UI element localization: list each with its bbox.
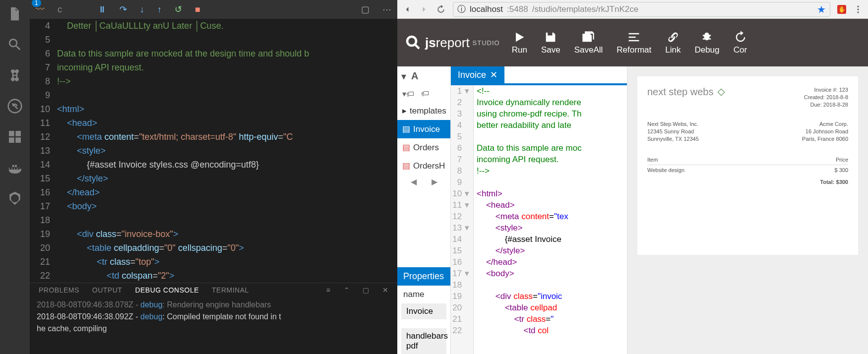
filter-icon[interactable]: ▾ — [401, 70, 406, 82]
bookmark-icon[interactable]: ★ — [817, 3, 826, 15]
code-editor[interactable]: 45678910111213141516171819202122 Detter … — [30, 19, 397, 283]
tag-icon[interactable]: 🏷 — [421, 89, 429, 99]
collapse-icon[interactable]: ⌃ — [344, 286, 350, 294]
ublock-icon[interactable]: ✋ — [837, 5, 846, 14]
line-gutter: 45678910111213141516171819202122 — [30, 19, 57, 283]
cor-button[interactable]: Cor — [734, 30, 747, 55]
more-icon[interactable]: ⋯ — [382, 4, 391, 15]
link-button[interactable]: Link — [665, 30, 681, 55]
panel-tabs: PROBLEMS OUTPUT DEBUG CONSOLE TERMINAL ≡… — [30, 283, 397, 297]
pause-button[interactable]: ⏸ — [98, 4, 107, 15]
logo-studio: STUDIO — [473, 39, 500, 47]
sidebar-top-icons: ▾ A — [397, 66, 450, 86]
logo-report: report — [436, 35, 470, 50]
invoice-to: Acme Corp.16 Johnson RoadParis, France 8… — [802, 120, 848, 143]
invoice-from: Next Step Webs, Inc.12345 Sunny RoadSunn… — [647, 120, 699, 143]
tab-output[interactable]: OUTPUT — [92, 286, 123, 294]
close-panel-icon[interactable]: ✕ — [382, 286, 389, 294]
tree-templates[interactable]: ▸ templates — [397, 102, 450, 120]
url-host: localhost — [470, 4, 503, 14]
scroll-right-icon[interactable]: ▶ — [432, 177, 437, 186]
kubernetes-icon[interactable] — [7, 190, 23, 208]
stop-button[interactable]: ■ — [195, 4, 200, 15]
svg-point-3 — [857, 11, 859, 13]
tree-ordersh[interactable]: ▤ OrdersH — [397, 157, 450, 175]
editor-tabs: Invoice ✕ — [451, 66, 627, 83]
jsreport-body: ▾ A ▾🏷 🏷 ▸ templates ▤ Invoice ▤ Orders … — [397, 66, 868, 354]
jsreport-actions: Run Save SaveAll Reformat Link Debug Cor — [512, 30, 747, 55]
scroll-left-icon[interactable]: ◀ — [411, 177, 417, 186]
split-editor-icon[interactable]: ▢ — [361, 4, 370, 15]
jsreport-header: jsreport STUDIO Run Save SaveAll Reforma… — [397, 19, 868, 66]
search-icon[interactable] — [7, 37, 23, 55]
no-bug-icon[interactable] — [7, 98, 23, 116]
debug-console-output[interactable]: 2018-08-08T09:46:38.078Z - debug: Render… — [30, 297, 397, 354]
forward-button[interactable] — [419, 4, 429, 14]
activity-bar: 1 — [0, 0, 30, 354]
tab-problems[interactable]: PROBLEMS — [39, 286, 79, 294]
tree-invoice[interactable]: ▤ Invoice — [397, 120, 450, 138]
vscode-window: 1 〰 c ⏸ ↷ ↓ ↑ ↺ ■ ▢ ⋯ — [0, 0, 397, 354]
chrome-menu-icon[interactable] — [853, 4, 863, 14]
explorer-badge: 1 — [32, 0, 41, 7]
logo-js: js — [425, 35, 436, 50]
jsreport-sidebar: ▾ A ▾🏷 🏷 ▸ templates ▤ Invoice ▤ Orders … — [397, 66, 451, 354]
prop-engine[interactable]: handlebarspdf — [401, 328, 446, 354]
address-bar[interactable]: ⓘ localhost:5488/studio/templates/rkJTnK… — [453, 2, 830, 17]
invoice-total: Total: $300 — [647, 179, 848, 185]
chrome-toolbar: ⓘ localhost:5488/studio/templates/rkJTnK… — [397, 0, 868, 19]
invoice-table: ItemPrice Website design$ 300 — [647, 155, 848, 175]
sidebar-tag-icons: ▾🏷 🏷 — [397, 86, 450, 102]
saveall-button[interactable]: SaveAll — [574, 30, 603, 55]
maximize-icon[interactable]: ▢ — [363, 286, 370, 294]
properties-panel: Properties name Invoice handlebarspdf — [397, 267, 450, 354]
tab-letter: c — [58, 4, 62, 15]
font-icon[interactable]: A — [411, 70, 418, 82]
clear-icon[interactable]: ≡ — [326, 286, 331, 294]
jsreport-editor: Invoice ✕ 1 ▾2 3 4 5 6 7 8 9 10 ▾11 ▾12 … — [451, 66, 627, 354]
tab-invoice[interactable]: Invoice ✕ — [451, 66, 504, 83]
back-button[interactable] — [402, 4, 412, 14]
extensions-icon[interactable] — [7, 129, 23, 147]
vscode-main: 1 〰 c ⏸ ↷ ↓ ↑ ↺ ■ ▢ ⋯ — [0, 0, 397, 354]
restart-button[interactable]: ↺ — [175, 4, 182, 15]
reload-button[interactable] — [436, 4, 446, 14]
url-path: /studio/templates/rkJTnK2ce — [532, 4, 638, 14]
step-out-button[interactable]: ↑ — [157, 4, 162, 15]
jsreport-logo: jsreport STUDIO — [404, 34, 500, 52]
svg-point-2 — [857, 8, 859, 10]
close-tab-icon[interactable]: ✕ — [490, 69, 497, 80]
jsr-line-gutter: 1 ▾2 3 4 5 6 7 8 9 10 ▾11 ▾12 13 ▾14 15 … — [451, 85, 474, 354]
filter-tag-icon[interactable]: ▾🏷 — [402, 89, 414, 99]
report-preview: next step webs Invoice #: 123 Created: 2… — [627, 66, 868, 354]
invoice-document: next step webs Invoice #: 123 Created: 2… — [637, 76, 858, 255]
save-button[interactable]: Save — [541, 30, 560, 55]
tab-terminal[interactable]: TERMINAL — [212, 286, 249, 294]
invoice-logo: next step webs — [647, 86, 726, 98]
jsreport-code-editor[interactable]: 1 ▾2 3 4 5 6 7 8 9 10 ▾11 ▾12 13 ▾14 15 … — [451, 85, 627, 354]
explorer-icon[interactable]: 1 — [7, 6, 23, 24]
step-into-button[interactable]: ↓ — [140, 4, 144, 15]
invoice-addresses: Next Step Webs, Inc.12345 Sunny RoadSunn… — [647, 120, 848, 143]
invoice-meta: Invoice #: 123 Created: 2018-8-8 Due: 20… — [804, 86, 848, 109]
svg-point-1 — [857, 5, 859, 7]
info-icon: ⓘ — [457, 3, 466, 15]
prop-name-label: name — [397, 286, 450, 303]
browser-window: ⓘ localhost:5488/studio/templates/rkJTnK… — [397, 0, 868, 354]
vscode-editor-group: 〰 c ⏸ ↷ ↓ ↑ ↺ ■ ▢ ⋯ 45678910111213141516… — [30, 0, 397, 354]
docker-icon[interactable] — [7, 160, 23, 177]
jsr-code-content: <!--Invoice dynamically rendereusing chr… — [474, 85, 627, 354]
properties-header: Properties — [397, 267, 450, 286]
prop-name-input[interactable]: Invoice — [401, 303, 446, 319]
entity-tree: ▸ templates ▤ Invoice ▤ Orders ▤ OrdersH — [397, 102, 450, 175]
tab-debug-console[interactable]: DEBUG CONSOLE — [135, 286, 199, 294]
bottom-panel: PROBLEMS OUTPUT DEBUG CONSOLE TERMINAL ≡… — [30, 283, 397, 354]
debug-toolbar: 〰 c ⏸ ↷ ↓ ↑ ↺ ■ ▢ ⋯ — [30, 0, 397, 19]
debug-button[interactable]: Debug — [694, 30, 719, 55]
tree-orders[interactable]: ▤ Orders — [397, 138, 450, 157]
code-content: Detter │CaUaULLLty anU Later │Cuse. Data… — [57, 19, 397, 283]
source-control-icon[interactable] — [7, 67, 23, 85]
step-over-button[interactable]: ↷ — [120, 4, 127, 15]
reformat-button[interactable]: Reformat — [617, 30, 651, 55]
run-button[interactable]: Run — [512, 30, 527, 55]
